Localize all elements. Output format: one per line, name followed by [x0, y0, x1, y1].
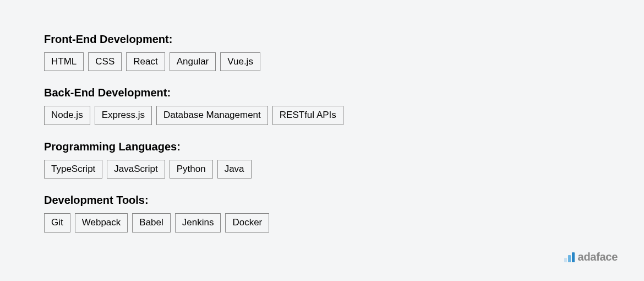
section-tools: Development Tools: Git Webpack Babel Jen…: [44, 194, 600, 232]
tag: CSS: [88, 52, 122, 71]
tag: RESTful APIs: [272, 106, 343, 125]
tag: Node.js: [44, 106, 90, 125]
tag-row: Git Webpack Babel Jenkins Docker: [44, 213, 600, 232]
section-backend: Back-End Development: Node.js Express.js…: [44, 87, 600, 125]
section-heading: Front-End Development:: [44, 33, 600, 46]
tag: Python: [170, 160, 213, 179]
tag: Jenkins: [175, 213, 221, 232]
tag: Vue.js: [220, 52, 260, 71]
tag: Express.js: [95, 106, 152, 125]
tag-row: HTML CSS React Angular Vue.js: [44, 52, 600, 71]
tag: Angular: [170, 52, 216, 71]
tag-row: Node.js Express.js Database Management R…: [44, 106, 600, 125]
section-languages: Programming Languages: TypeScript JavaSc…: [44, 140, 600, 179]
tag: HTML: [44, 52, 84, 71]
tag: TypeScript: [44, 160, 102, 179]
tag: Docker: [225, 213, 269, 232]
tag: Babel: [132, 213, 170, 232]
tag: Git: [44, 213, 70, 232]
logo-bars-icon: [564, 252, 575, 262]
tag: Webpack: [75, 213, 128, 232]
skills-container: Front-End Development: HTML CSS React An…: [44, 33, 600, 233]
tag-row: TypeScript JavaScript Python Java: [44, 160, 600, 179]
tag: Database Management: [156, 106, 268, 125]
tag: JavaScript: [107, 160, 165, 179]
tag: React: [126, 52, 165, 71]
tag: Java: [217, 160, 252, 179]
section-frontend: Front-End Development: HTML CSS React An…: [44, 33, 600, 71]
section-heading: Development Tools:: [44, 194, 600, 207]
logo-text: adaface: [578, 251, 618, 263]
section-heading: Programming Languages:: [44, 140, 600, 153]
section-heading: Back-End Development:: [44, 87, 600, 99]
logo: adaface: [564, 251, 618, 263]
